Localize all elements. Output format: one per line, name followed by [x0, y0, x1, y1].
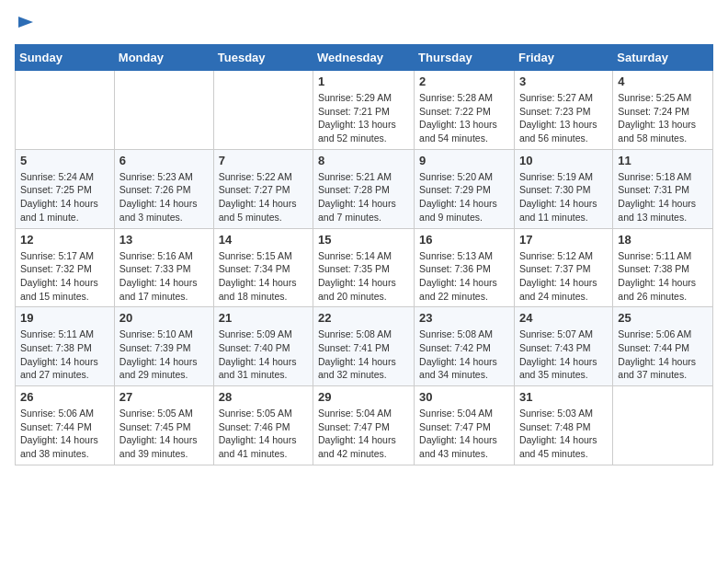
- day-cell: [16, 71, 115, 150]
- week-row-1: 1 Sunrise: 5:29 AMSunset: 7:21 PMDayligh…: [16, 71, 713, 150]
- day-cell: [213, 71, 313, 150]
- day-info: Sunrise: 5:25 AMSunset: 7:24 PMDaylight:…: [618, 91, 708, 145]
- day-cell: 30 Sunrise: 5:04 AMSunset: 7:47 PMDaylig…: [415, 386, 515, 465]
- day-info: Sunrise: 5:24 AMSunset: 7:25 PMDaylight:…: [20, 170, 109, 224]
- day-number: 13: [119, 233, 209, 247]
- day-number: 14: [219, 233, 308, 247]
- day-info: Sunrise: 5:28 AMSunset: 7:22 PMDaylight:…: [419, 91, 509, 145]
- day-info: Sunrise: 5:21 AMSunset: 7:28 PMDaylight:…: [318, 170, 409, 224]
- day-info: Sunrise: 5:27 AMSunset: 7:23 PMDaylight:…: [519, 91, 608, 145]
- day-cell: 5 Sunrise: 5:24 AMSunset: 7:25 PMDayligh…: [16, 149, 115, 228]
- day-number: 19: [20, 311, 109, 325]
- day-cell: 12 Sunrise: 5:17 AMSunset: 7:32 PMDaylig…: [16, 228, 115, 307]
- day-cell: 8 Sunrise: 5:21 AMSunset: 7:28 PMDayligh…: [313, 149, 415, 228]
- day-number: 3: [519, 75, 608, 88]
- col-header-monday: Monday: [114, 45, 213, 71]
- day-cell: 4 Sunrise: 5:25 AMSunset: 7:24 PMDayligh…: [613, 71, 713, 150]
- day-number: 7: [219, 154, 308, 167]
- day-info: Sunrise: 5:04 AMSunset: 7:47 PMDaylight:…: [318, 407, 409, 461]
- day-number: 27: [119, 390, 209, 404]
- day-cell: 15 Sunrise: 5:14 AMSunset: 7:35 PMDaylig…: [313, 228, 415, 307]
- day-info: Sunrise: 5:09 AMSunset: 7:40 PMDaylight:…: [219, 327, 308, 382]
- day-info: Sunrise: 5:23 AMSunset: 7:26 PMDaylight:…: [119, 170, 209, 224]
- logo-text: [15, 15, 35, 33]
- day-cell: 29 Sunrise: 5:04 AMSunset: 7:47 PMDaylig…: [313, 386, 415, 465]
- day-number: 18: [618, 233, 708, 247]
- day-info: Sunrise: 5:04 AMSunset: 7:47 PMDaylight:…: [419, 407, 509, 461]
- day-info: Sunrise: 5:11 AMSunset: 7:38 PMDaylight:…: [618, 249, 708, 304]
- day-cell: 18 Sunrise: 5:11 AMSunset: 7:38 PMDaylig…: [613, 228, 713, 307]
- day-cell: 31 Sunrise: 5:03 AMSunset: 7:48 PMDaylig…: [514, 386, 612, 465]
- day-cell: 14 Sunrise: 5:15 AMSunset: 7:34 PMDaylig…: [213, 228, 313, 307]
- day-info: Sunrise: 5:14 AMSunset: 7:35 PMDaylight:…: [318, 249, 409, 304]
- day-info: Sunrise: 5:06 AMSunset: 7:44 PMDaylight:…: [20, 407, 109, 461]
- day-number: 15: [318, 233, 409, 247]
- day-cell: 28 Sunrise: 5:05 AMSunset: 7:46 PMDaylig…: [213, 386, 313, 465]
- day-number: 11: [618, 154, 708, 167]
- day-info: Sunrise: 5:07 AMSunset: 7:43 PMDaylight:…: [519, 327, 608, 382]
- day-number: 30: [419, 390, 509, 404]
- day-cell: 27 Sunrise: 5:05 AMSunset: 7:45 PMDaylig…: [114, 386, 213, 465]
- day-number: 22: [318, 311, 409, 325]
- svg-marker-0: [18, 17, 33, 28]
- day-info: Sunrise: 5:06 AMSunset: 7:44 PMDaylight:…: [618, 327, 708, 382]
- col-header-thursday: Thursday: [415, 45, 515, 71]
- day-number: 9: [419, 154, 509, 167]
- day-info: Sunrise: 5:19 AMSunset: 7:30 PMDaylight:…: [519, 170, 608, 224]
- day-number: 16: [419, 233, 509, 247]
- day-cell: 25 Sunrise: 5:06 AMSunset: 7:44 PMDaylig…: [613, 307, 713, 386]
- day-cell: 20 Sunrise: 5:10 AMSunset: 7:39 PMDaylig…: [114, 307, 213, 386]
- week-row-4: 19 Sunrise: 5:11 AMSunset: 7:38 PMDaylig…: [16, 307, 713, 386]
- day-info: Sunrise: 5:05 AMSunset: 7:46 PMDaylight:…: [219, 407, 308, 461]
- day-info: Sunrise: 5:13 AMSunset: 7:36 PMDaylight:…: [419, 249, 509, 304]
- day-cell: 24 Sunrise: 5:07 AMSunset: 7:43 PMDaylig…: [514, 307, 612, 386]
- day-info: Sunrise: 5:11 AMSunset: 7:38 PMDaylight:…: [20, 327, 109, 382]
- day-cell: 9 Sunrise: 5:20 AMSunset: 7:29 PMDayligh…: [415, 149, 515, 228]
- day-cell: 13 Sunrise: 5:16 AMSunset: 7:33 PMDaylig…: [114, 228, 213, 307]
- day-info: Sunrise: 5:18 AMSunset: 7:31 PMDaylight:…: [618, 170, 708, 224]
- day-number: 25: [618, 311, 708, 325]
- col-header-tuesday: Tuesday: [213, 45, 313, 71]
- day-cell: 17 Sunrise: 5:12 AMSunset: 7:37 PMDaylig…: [514, 228, 612, 307]
- week-row-2: 5 Sunrise: 5:24 AMSunset: 7:25 PMDayligh…: [16, 149, 713, 228]
- day-number: 5: [20, 154, 109, 167]
- day-info: Sunrise: 5:12 AMSunset: 7:37 PMDaylight:…: [519, 249, 608, 304]
- day-cell: [613, 386, 713, 465]
- day-cell: 7 Sunrise: 5:22 AMSunset: 7:27 PMDayligh…: [213, 149, 313, 228]
- day-number: 20: [119, 311, 209, 325]
- day-info: Sunrise: 5:05 AMSunset: 7:45 PMDaylight:…: [119, 407, 209, 461]
- col-header-sunday: Sunday: [16, 45, 115, 71]
- day-number: 6: [119, 154, 209, 167]
- day-info: Sunrise: 5:22 AMSunset: 7:27 PMDaylight:…: [219, 170, 308, 224]
- day-cell: 26 Sunrise: 5:06 AMSunset: 7:44 PMDaylig…: [16, 386, 115, 465]
- day-number: 4: [618, 75, 708, 88]
- day-number: 1: [318, 75, 409, 88]
- day-cell: 1 Sunrise: 5:29 AMSunset: 7:21 PMDayligh…: [313, 71, 415, 150]
- day-cell: 19 Sunrise: 5:11 AMSunset: 7:38 PMDaylig…: [16, 307, 115, 386]
- col-header-friday: Friday: [514, 45, 612, 71]
- col-header-saturday: Saturday: [613, 45, 713, 71]
- day-cell: 22 Sunrise: 5:08 AMSunset: 7:41 PMDaylig…: [313, 307, 415, 386]
- day-number: 2: [419, 75, 509, 88]
- day-cell: 2 Sunrise: 5:28 AMSunset: 7:22 PMDayligh…: [415, 71, 515, 150]
- page-header: [15, 15, 713, 33]
- col-header-wednesday: Wednesday: [313, 45, 415, 71]
- day-cell: 6 Sunrise: 5:23 AMSunset: 7:26 PMDayligh…: [114, 149, 213, 228]
- header-row: SundayMondayTuesdayWednesdayThursdayFrid…: [16, 45, 713, 71]
- day-info: Sunrise: 5:10 AMSunset: 7:39 PMDaylight:…: [119, 327, 209, 382]
- week-row-3: 12 Sunrise: 5:17 AMSunset: 7:32 PMDaylig…: [16, 228, 713, 307]
- day-info: Sunrise: 5:08 AMSunset: 7:42 PMDaylight:…: [419, 327, 509, 382]
- day-number: 28: [219, 390, 308, 404]
- day-number: 24: [519, 311, 608, 325]
- calendar-table: SundayMondayTuesdayWednesdayThursdayFrid…: [15, 44, 713, 465]
- day-info: Sunrise: 5:20 AMSunset: 7:29 PMDaylight:…: [419, 170, 509, 224]
- day-cell: 16 Sunrise: 5:13 AMSunset: 7:36 PMDaylig…: [415, 228, 515, 307]
- day-cell: [114, 71, 213, 150]
- day-info: Sunrise: 5:16 AMSunset: 7:33 PMDaylight:…: [119, 249, 209, 304]
- logo: [15, 15, 35, 33]
- logo-flag-icon: [17, 15, 35, 33]
- day-info: Sunrise: 5:17 AMSunset: 7:32 PMDaylight:…: [20, 249, 109, 304]
- day-info: Sunrise: 5:29 AMSunset: 7:21 PMDaylight:…: [318, 91, 409, 145]
- day-info: Sunrise: 5:03 AMSunset: 7:48 PMDaylight:…: [519, 407, 608, 461]
- day-cell: 10 Sunrise: 5:19 AMSunset: 7:30 PMDaylig…: [514, 149, 612, 228]
